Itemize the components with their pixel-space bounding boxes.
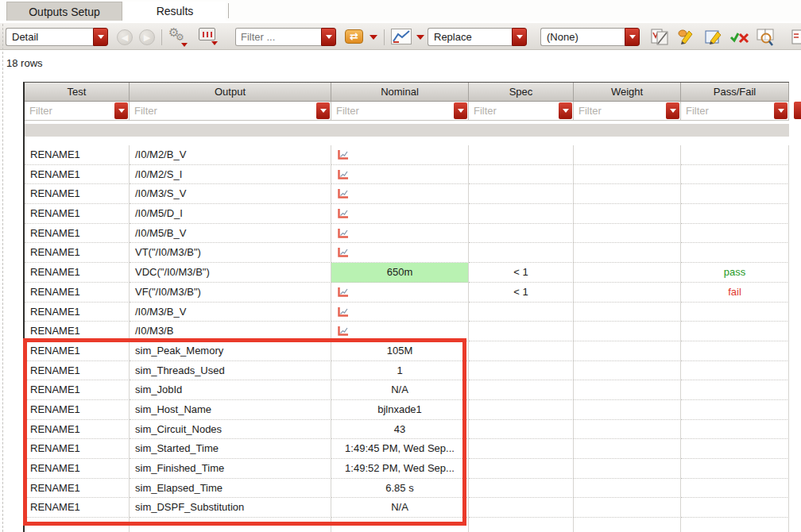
- table-row[interactable]: RENAME1sim_DSPF_SubstitutionN/A: [25, 498, 789, 518]
- cell-nominal[interactable]: [331, 165, 469, 185]
- cell-output[interactable]: /I0/M2/B_V: [130, 145, 331, 165]
- waveform-window-icon[interactable]: [199, 28, 215, 40]
- filter-input-output[interactable]: [131, 102, 313, 119]
- toolbar-filter-input[interactable]: [236, 29, 321, 45]
- table-row[interactable]: RENAME1sim_Circuit_Nodes43: [25, 420, 789, 440]
- cell-output[interactable]: VT("/I0/M3/B"): [130, 243, 331, 263]
- cell-nominal[interactable]: [331, 184, 469, 204]
- cell-spec[interactable]: < 1: [469, 263, 574, 283]
- cell-nominal[interactable]: 6.85 s: [331, 479, 469, 499]
- cell-spec[interactable]: [469, 341, 574, 361]
- cell-passfail[interactable]: [681, 303, 789, 322]
- cell-output[interactable]: /I0/M2/S_I: [130, 165, 331, 185]
- table-row[interactable]: RENAME1/I0/M3/B: [25, 322, 789, 341]
- cell-output[interactable]: /I0/M3/B: [130, 322, 331, 341]
- toolbar-filter-dropdown-button[interactable]: [321, 28, 336, 46]
- cell-weight[interactable]: [574, 263, 681, 283]
- clipped-filter-dropdown-button[interactable]: [794, 102, 801, 119]
- filter-input-pass-fail[interactable]: [683, 102, 771, 119]
- cell-weight[interactable]: [574, 243, 681, 263]
- table-row[interactable]: RENAME1sim_Finished_Time1:49:52 PM, Wed …: [25, 459, 789, 479]
- plot-mode-combo[interactable]: Replace: [428, 28, 527, 46]
- cell-spec[interactable]: [469, 420, 574, 440]
- filter-input-nominal[interactable]: [333, 102, 451, 119]
- cell-spec[interactable]: [469, 145, 574, 165]
- pass-fail-check-icon[interactable]: [729, 30, 750, 48]
- plot-icon[interactable]: [337, 247, 349, 258]
- cell-spec[interactable]: [469, 439, 574, 459]
- cell-weight[interactable]: [574, 303, 681, 322]
- cell-nominal[interactable]: 43: [331, 420, 469, 440]
- column-header-spec[interactable]: Spec: [469, 83, 574, 102]
- cell-nominal[interactable]: 650m: [331, 263, 469, 283]
- cell-passfail[interactable]: pass: [681, 263, 789, 283]
- cell-spec[interactable]: [469, 224, 574, 244]
- cell-passfail[interactable]: [681, 341, 789, 361]
- cell-weight[interactable]: [574, 498, 681, 518]
- cell-test[interactable]: RENAME1: [25, 479, 130, 499]
- cell-nominal[interactable]: [331, 204, 469, 224]
- cell-passfail[interactable]: [681, 361, 789, 381]
- table-row[interactable]: RENAME1sim_JobIdN/A: [25, 380, 789, 400]
- filter-dropdown-weight[interactable]: [666, 102, 679, 119]
- column-header-pass-fail[interactable]: Pass/Fail: [681, 83, 789, 102]
- tab-results[interactable]: Results: [124, 2, 226, 21]
- filter-dropdown-test[interactable]: [114, 102, 128, 119]
- cell-weight[interactable]: [574, 165, 681, 185]
- cell-test[interactable]: RENAME1: [25, 420, 130, 440]
- cell-spec[interactable]: [469, 184, 574, 204]
- column-header-nominal[interactable]: Nominal: [331, 83, 469, 102]
- table-row[interactable]: RENAME1/I0/M2/S_I: [25, 165, 789, 185]
- table-row[interactable]: RENAME1sim_Host_Namebjlnxade1: [25, 400, 789, 420]
- cell-nominal[interactable]: [331, 145, 469, 165]
- cell-spec[interactable]: [469, 459, 574, 479]
- column-header-weight[interactable]: Weight: [574, 83, 681, 102]
- cell-nominal[interactable]: 1:49:45 PM, Wed Sep...: [331, 439, 469, 459]
- cell-test[interactable]: RENAME1: [25, 283, 130, 303]
- cell-weight[interactable]: [574, 459, 681, 479]
- cell-spec[interactable]: [469, 322, 574, 341]
- cell-passfail[interactable]: [681, 184, 789, 204]
- cell-weight[interactable]: [574, 204, 681, 224]
- cell-spec[interactable]: [469, 204, 574, 224]
- cell-passfail[interactable]: [681, 145, 789, 165]
- cell-spec[interactable]: [469, 400, 574, 420]
- cell-test[interactable]: RENAME1: [25, 184, 130, 204]
- filter-dropdown-pass-fail[interactable]: [774, 102, 787, 119]
- cell-output[interactable]: sim_DSPF_Substitution: [130, 498, 331, 518]
- plot-dropdown-chevron-icon[interactable]: [416, 35, 424, 40]
- cell-passfail[interactable]: [681, 479, 789, 499]
- cell-output[interactable]: sim_JobId: [130, 380, 331, 400]
- cell-test[interactable]: RENAME1: [25, 439, 130, 459]
- cell-nominal[interactable]: 1:49:52 PM, Wed Sep...: [331, 459, 469, 479]
- table-row[interactable]: RENAME1/I0/M3/S_V: [25, 184, 789, 204]
- cell-test[interactable]: RENAME1: [25, 165, 130, 185]
- filter-input-spec[interactable]: [470, 102, 555, 119]
- settings-gears-icon[interactable]: ⚙ ⚙: [168, 28, 191, 47]
- cell-nominal[interactable]: [331, 224, 469, 244]
- swap-dropdown-chevron-icon[interactable]: [370, 35, 377, 40]
- filter-combo[interactable]: [235, 28, 336, 46]
- cell-passfail[interactable]: [681, 380, 789, 400]
- column-header-test[interactable]: Test: [25, 83, 130, 102]
- clipped-document-icon[interactable]: [791, 28, 801, 49]
- plot-icon[interactable]: [337, 188, 349, 199]
- plot-mode-dropdown-button[interactable]: [512, 28, 527, 46]
- table-row[interactable]: RENAME1/I0/M5/B_V: [25, 224, 789, 244]
- cell-output[interactable]: /I0/M3/S_V: [130, 184, 331, 204]
- cell-output[interactable]: VDC("/I0/M3/B"): [130, 263, 331, 283]
- cell-weight[interactable]: [574, 420, 681, 440]
- cell-test[interactable]: RENAME1: [25, 498, 130, 518]
- cell-test[interactable]: RENAME1: [25, 224, 130, 244]
- swap-refresh-icon[interactable]: ⇄: [345, 29, 363, 44]
- table-row[interactable]: RENAME1/I0/M3/B_V: [25, 303, 789, 322]
- cell-nominal[interactable]: [331, 303, 469, 322]
- cell-test[interactable]: RENAME1: [25, 322, 130, 341]
- cell-passfail[interactable]: [681, 224, 789, 244]
- tab-outputs-setup[interactable]: Outputs Setup: [6, 2, 122, 21]
- cell-nominal[interactable]: N/A: [331, 498, 469, 518]
- cell-test[interactable]: RENAME1: [25, 204, 130, 224]
- plot-icon[interactable]: [337, 306, 349, 318]
- table-row[interactable]: RENAME1VT("/I0/M3/B"): [25, 243, 789, 263]
- filter-input-test[interactable]: [26, 102, 111, 119]
